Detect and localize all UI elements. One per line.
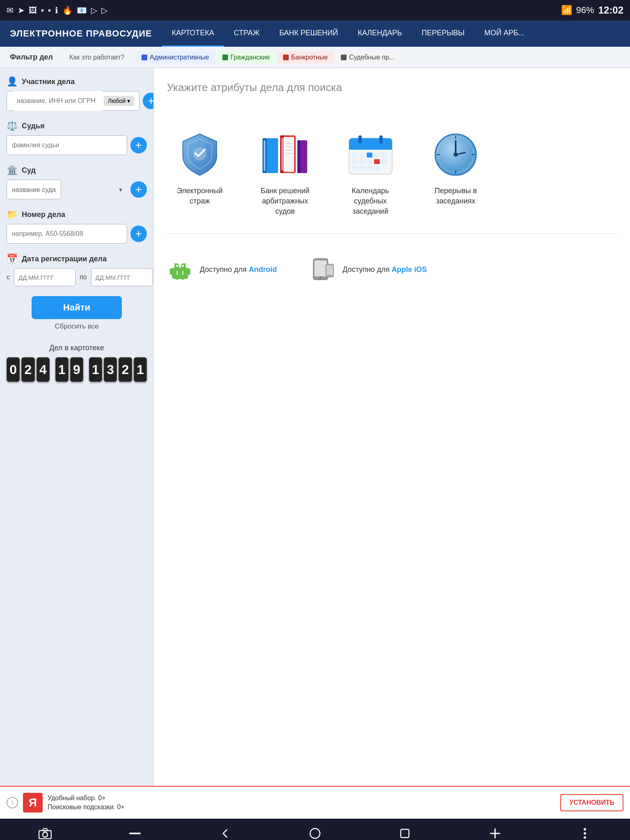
tab-civil[interactable]: Гражданские xyxy=(217,51,276,64)
icon-info: ℹ xyxy=(55,5,58,15)
svg-point-48 xyxy=(176,265,178,267)
date-to-input[interactable] xyxy=(91,268,153,286)
date-icon: 📅 xyxy=(7,253,18,264)
filter-label: Фильтр дел xyxy=(3,53,59,62)
menu-btn[interactable] xyxy=(573,821,597,840)
tab-administrative[interactable]: Административные xyxy=(136,51,215,64)
app-title: ЭЛЕКТРОННОЕ ПРАВОСУДИЕ xyxy=(0,28,162,39)
case-number-section: 📁 Номер дела + xyxy=(7,209,147,244)
svg-rect-21 xyxy=(367,153,372,158)
tab-court[interactable]: Судебные пр... xyxy=(335,51,400,64)
svg-point-63 xyxy=(43,832,48,837)
svg-point-71 xyxy=(584,832,586,835)
court-label: 🏛️ Суд xyxy=(7,165,147,176)
reset-button[interactable]: Сбросить все xyxy=(7,322,147,331)
bank-icon-wrap xyxy=(260,130,310,179)
court-select[interactable]: название суда xyxy=(7,180,61,199)
judge-icon: ⚖️ xyxy=(7,121,18,131)
nav-breaks[interactable]: ПЕРЕРЫВЫ xyxy=(412,21,475,47)
back-btn[interactable] xyxy=(123,821,147,840)
svg-rect-25 xyxy=(359,159,365,164)
home-btn[interactable] xyxy=(303,821,327,840)
calendar-icon xyxy=(347,132,394,177)
digit-8: 1 xyxy=(134,357,147,382)
svg-point-58 xyxy=(320,276,322,278)
feature-strazh[interactable]: Электронный страж xyxy=(167,130,233,217)
bottom-nav xyxy=(0,819,630,840)
ad-text: Удобный набор. 0+ Поисковые подсказки. 0… xyxy=(48,794,555,812)
app-download: Доступно для Android xyxy=(167,257,617,283)
svg-point-72 xyxy=(584,836,586,839)
svg-rect-20 xyxy=(359,153,365,158)
svg-point-66 xyxy=(310,829,320,838)
feature-bank[interactable]: Банк решений арбитражных судов xyxy=(252,130,318,217)
digit-5: 1 xyxy=(89,357,102,382)
date-row: с по xyxy=(7,268,147,286)
icon-arrow2: ▷ xyxy=(101,5,107,15)
svg-rect-28 xyxy=(381,159,387,164)
nav-items: КАРТОТЕКА СТРАЖ БАНК РЕШЕНИЙ КАЛЕНДАРЬ П… xyxy=(162,21,534,47)
tablet-icon xyxy=(310,255,336,285)
judge-add-btn[interactable]: + xyxy=(130,137,147,153)
participant-dropdown-btn[interactable]: Любой ▾ xyxy=(104,96,134,106)
camera-btn[interactable] xyxy=(33,821,57,840)
tab-bankrupt-label: Банкротные xyxy=(291,54,328,61)
icon-mail2: 📧 xyxy=(77,5,87,15)
nav-strazh[interactable]: СТРАЖ xyxy=(224,21,269,47)
chevron-down-icon: ▾ xyxy=(127,98,130,104)
ios-download[interactable]: Доступно для Apple iOS xyxy=(310,257,427,283)
ios-text: Доступно для Apple iOS xyxy=(342,265,427,274)
back-arrow-btn[interactable] xyxy=(213,821,237,840)
nav-kartoteka[interactable]: КАРТОТЕКА xyxy=(162,21,224,47)
court-add-btn[interactable]: + xyxy=(130,181,147,198)
svg-rect-31 xyxy=(367,166,372,171)
android-text: Доступно для Android xyxy=(200,265,277,274)
counter-title: Дел в картотеке xyxy=(7,344,147,352)
android-link[interactable]: Android xyxy=(249,265,277,274)
nav-bank[interactable]: БАНК РЕШЕНИЙ xyxy=(269,21,348,47)
feature-calendar[interactable]: Календарь судебных заседаний xyxy=(338,130,403,217)
yandex-logo: Я xyxy=(23,793,43,813)
recents-btn[interactable] xyxy=(393,821,417,840)
nav-calendar[interactable]: КАЛЕНДАРЬ xyxy=(348,21,412,47)
case-number-add-btn[interactable]: + xyxy=(130,226,147,242)
svg-rect-32 xyxy=(374,166,380,171)
how-it-works[interactable]: Как это работает? xyxy=(64,54,129,61)
digit-7: 2 xyxy=(119,357,132,382)
case-number-input[interactable] xyxy=(7,224,127,244)
search-button[interactable]: Найти xyxy=(32,296,122,319)
ad-info-btn[interactable]: i xyxy=(7,797,18,808)
books-icon xyxy=(260,132,310,177)
svg-rect-53 xyxy=(182,276,184,280)
icon-email: ✉ xyxy=(7,5,14,15)
ios-icon xyxy=(310,257,336,283)
plus-btn[interactable] xyxy=(483,821,507,840)
ad-banner: i Я Удобный набор. 0+ Поисковые подсказк… xyxy=(0,786,630,819)
judge-input[interactable] xyxy=(7,135,127,155)
svg-rect-43 xyxy=(172,267,188,279)
svg-rect-13 xyxy=(297,140,300,173)
svg-rect-26 xyxy=(367,159,372,164)
bank-label: Банк решений арбитражных судов xyxy=(252,186,318,217)
participant-add-btn[interactable]: + xyxy=(143,93,154,109)
tab-admin-label: Административные xyxy=(150,54,209,61)
calendar-label: Календарь судебных заседаний xyxy=(338,186,403,217)
date-from-input[interactable] xyxy=(14,268,75,286)
feature-breaks[interactable]: Перерывы в заседаниях xyxy=(423,130,488,217)
ad-install-button[interactable]: УСТАНОВИТЬ xyxy=(560,794,623,811)
clock-icon-wrap xyxy=(431,130,480,179)
participant-icon: 👤 xyxy=(7,76,18,87)
dot-court xyxy=(341,55,347,60)
tab-bankrupt[interactable]: Банкротные xyxy=(277,51,333,64)
nav-my[interactable]: МОЙ АРБ... xyxy=(475,21,534,47)
digit-2: 4 xyxy=(37,357,50,382)
participant-input[interactable] xyxy=(12,91,104,111)
select-chevron-icon: ▾ xyxy=(119,186,122,194)
status-icons-right: 📶 96% 12:02 xyxy=(561,5,623,16)
svg-rect-52 xyxy=(176,276,178,280)
android-download[interactable]: Доступно для Android xyxy=(167,257,277,283)
ios-link[interactable]: Apple iOS xyxy=(392,265,427,274)
counter-section: Дел в картотеке 0 2 4 1 9 1 3 2 1 xyxy=(7,344,147,382)
digit-0: 0 xyxy=(7,357,20,382)
date-section: 📅 Дата регистрации дела с по xyxy=(7,253,147,286)
